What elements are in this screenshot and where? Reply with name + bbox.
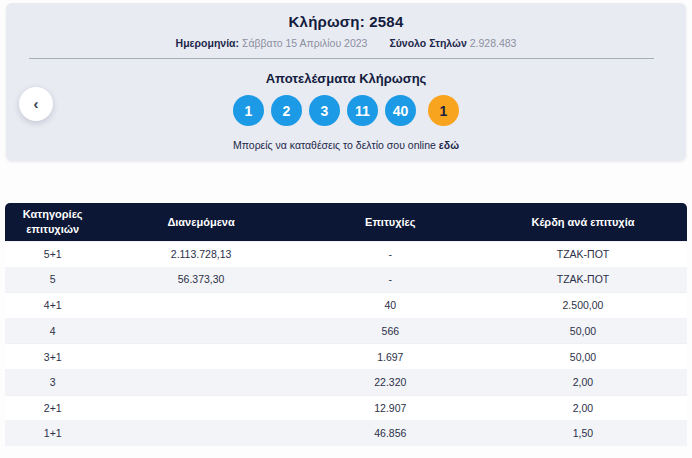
table-row: 556.373,30-ΤΖΑΚ-ΠΟΤ: [5, 267, 687, 293]
table-cell-winners: -: [302, 248, 479, 260]
table-cell-winnings: 1,50: [479, 427, 687, 439]
draw-date-value: Σάββατο 15 Απριλίου 2023: [242, 37, 367, 49]
table-cell-winnings: 2,00: [479, 376, 687, 388]
draw-date: Ημερομηνία: Σάββατο 15 Απριλίου 2023: [176, 37, 368, 49]
table-row: 4+1402.500,00: [5, 292, 687, 318]
winning-numbers: 12311401: [6, 95, 686, 126]
table-header-categories: Κατηγορίες επιτυχιών: [5, 207, 100, 237]
winning-number-ball: 3: [309, 95, 340, 126]
results-section: Αποτελέσματα Κλήρωσης 12311401 Μπορείς ν…: [6, 59, 686, 151]
winning-number-ball: 40: [385, 95, 416, 126]
table-row: 456650,00: [5, 318, 687, 344]
table-cell-distributed: 56.373,30: [100, 273, 301, 285]
table-header-winnings: Κέρδη ανά επιτυχία: [479, 215, 687, 230]
table-cell-category: 2+1: [5, 402, 100, 414]
table-header-row: Κατηγορίες επιτυχιών Διανεμόμενα Επιτυχί…: [5, 203, 687, 241]
table-cell-winners: 12.907: [302, 402, 479, 414]
draw-header: Κλήρωση: 2584 Ημερομηνία: Σάββατο 15 Απρ…: [6, 3, 686, 49]
total-columns-value: 2.928.483: [470, 37, 517, 49]
table-cell-winnings: 50,00: [479, 325, 687, 337]
table-cell-distributed: 2.113.728,13: [100, 248, 301, 260]
table-row: 5+12.113.728,13-ΤΖΑΚ-ΠΟΤ: [5, 241, 687, 267]
table-cell-winnings: 2.500,00: [479, 299, 687, 311]
winning-number-ball: 11: [347, 95, 378, 126]
draw-number: 2584: [369, 13, 403, 30]
table-cell-category: 3: [5, 376, 100, 388]
table-cell-winners: -: [302, 273, 479, 285]
table-cell-category: 5+1: [5, 248, 100, 260]
results-heading: Αποτελέσματα Κλήρωσης: [6, 71, 686, 86]
total-columns-label: Σύνολο Στηλών: [389, 37, 466, 49]
table-cell-winners: 1.697: [302, 351, 479, 363]
table-cell-category: 3+1: [5, 351, 100, 363]
table-cell-winnings: 2,00: [479, 402, 687, 414]
table-header-distributed: Διανεμόμενα: [100, 215, 301, 230]
table-cell-category: 1+1: [5, 427, 100, 439]
table-cell-category: 4+1: [5, 299, 100, 311]
table-row: 3+11.69750,00: [5, 343, 687, 369]
table-cell-category: 5: [5, 273, 100, 285]
chevron-left-icon: ‹: [34, 96, 39, 111]
winning-number-ball: 1: [233, 95, 264, 126]
table-cell-winners: 40: [302, 299, 479, 311]
draw-date-label: Ημερομηνία:: [176, 37, 239, 49]
online-cta-link[interactable]: εδώ: [439, 139, 459, 151]
online-cta: Μπορείς να καταθέσεις το δελτίο σου onli…: [6, 139, 686, 151]
draw-title-label: Κλήρωση:: [289, 13, 365, 30]
table-cell-winnings: 50,00: [479, 351, 687, 363]
total-columns: Σύνολο Στηλών 2.928.483: [389, 37, 516, 49]
table-cell-winners: 22.320: [302, 376, 479, 388]
table-cell-winnings: ΤΖΑΚ-ΠΟΤ: [479, 248, 687, 260]
prize-tiers-table: Κατηγορίες επιτυχιών Διανεμόμενα Επιτυχί…: [5, 203, 687, 446]
table-row: 322.3202,00: [5, 369, 687, 395]
table-row: 1+146.8561,50: [5, 420, 687, 446]
draw-results-card: Κλήρωση: 2584 Ημερομηνία: Σάββατο 15 Απρ…: [6, 3, 686, 161]
table-cell-winners: 46.856: [302, 427, 479, 439]
online-cta-text: Μπορείς να καταθέσεις το δελτίο σου onli…: [233, 139, 436, 151]
draw-meta: Ημερομηνία: Σάββατο 15 Απριλίου 2023 Σύν…: [6, 37, 686, 49]
table-row: 2+112.9072,00: [5, 395, 687, 421]
results-table-body: 5+12.113.728,13-ΤΖΑΚ-ΠΟΤ556.373,30-ΤΖΑΚ-…: [5, 241, 687, 446]
joker-number-ball: 1: [428, 95, 459, 126]
table-cell-winners: 566: [302, 325, 479, 337]
table-cell-category: 4: [5, 325, 100, 337]
previous-draw-button[interactable]: ‹: [19, 87, 53, 121]
winning-number-ball: 2: [271, 95, 302, 126]
draw-title: Κλήρωση: 2584: [6, 13, 686, 30]
table-header-winners: Επιτυχίες: [302, 215, 479, 230]
table-cell-winnings: ΤΖΑΚ-ΠΟΤ: [479, 273, 687, 285]
